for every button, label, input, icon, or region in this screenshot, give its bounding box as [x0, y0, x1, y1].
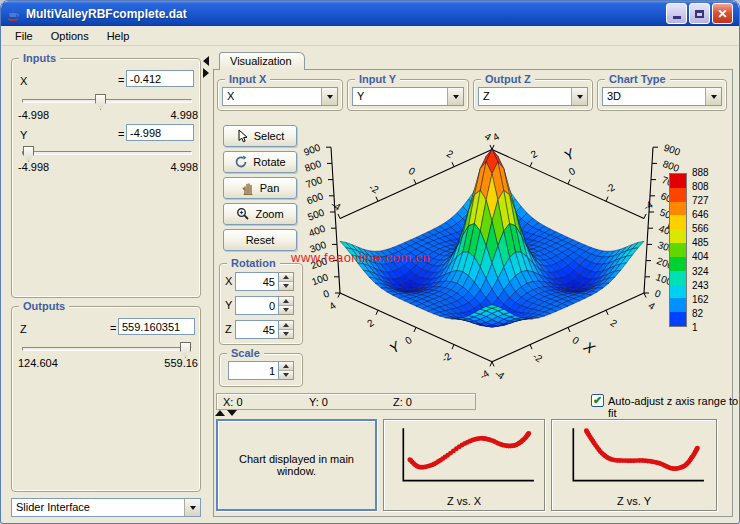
titlebar[interactable]: MultiValleyRBFcomplete.dat ✕	[1, 1, 739, 26]
z-vs-y-mini-chart	[555, 422, 713, 494]
rotation-z-label: Z	[225, 323, 232, 335]
svg-text:0: 0	[653, 288, 662, 300]
input-x-select-button[interactable]	[321, 88, 337, 105]
svg-text:X: X	[580, 338, 598, 357]
legend-tick: 324	[692, 266, 709, 277]
legend-tick: 888	[692, 167, 709, 178]
legend-colorbar	[669, 173, 687, 327]
x-slider[interactable]	[22, 99, 192, 103]
close-icon: ✕	[717, 8, 727, 20]
chevron-down-icon	[190, 506, 196, 510]
y-slider-thumb[interactable]	[23, 146, 34, 162]
interface-select-button[interactable]	[184, 499, 200, 516]
rotation-group-title: Rotation	[227, 256, 280, 271]
spin-up-button[interactable]	[279, 297, 293, 306]
legend-tick: 162	[692, 294, 709, 305]
splitter-collapse-down-icon[interactable]	[227, 410, 237, 416]
close-button[interactable]: ✕	[712, 3, 733, 24]
z-output-label: Z	[20, 323, 27, 335]
rotation-y-field[interactable]	[235, 296, 279, 315]
zoom-button[interactable]: Zoom	[223, 203, 297, 225]
spin-down-button[interactable]	[279, 282, 293, 290]
maximize-button[interactable]	[689, 3, 710, 24]
arrow-up-icon	[283, 299, 289, 303]
rotation-z-field[interactable]	[235, 320, 279, 339]
menu-help[interactable]: Help	[99, 28, 138, 44]
rotation-x-field[interactable]	[235, 272, 279, 291]
rotation-y-spinner[interactable]	[235, 296, 294, 315]
y-value-field[interactable]	[126, 124, 194, 141]
svg-text:100: 100	[310, 271, 330, 287]
scale-group: Scale	[219, 353, 303, 387]
menu-options[interactable]: Options	[43, 28, 97, 44]
splitter-collapse-right-icon[interactable]	[203, 68, 209, 78]
select-button[interactable]: Select	[223, 125, 297, 147]
thumbnail-z-vs-y[interactable]: Z vs. Y	[551, 419, 717, 511]
x-value-field[interactable]	[126, 70, 194, 87]
zoom-button-label: Zoom	[255, 208, 283, 220]
svg-text:0: 0	[407, 165, 418, 178]
output-z-select[interactable]: Z	[478, 87, 588, 106]
thumbnail-z-vs-x[interactable]: Z vs. X	[383, 419, 545, 511]
scale-field[interactable]	[228, 361, 279, 380]
z-output-field[interactable]	[118, 318, 195, 335]
menubar: File Options Help	[1, 26, 739, 46]
svg-text:2: 2	[445, 148, 456, 161]
auto-adjust-label: Auto-adjust z axis range to fit	[608, 395, 739, 419]
equals-sign: =	[118, 74, 124, 86]
z-output-slider-thumb[interactable]	[180, 342, 191, 358]
reset-button[interactable]: Reset	[223, 229, 297, 251]
input-y-select-button[interactable]	[447, 88, 463, 105]
vertical-splitter[interactable]	[203, 56, 212, 86]
interface-select[interactable]: Slider Interface	[11, 498, 201, 517]
arrow-up-icon	[283, 323, 289, 327]
chart-type-select-value: 3D	[603, 88, 705, 105]
y-slider[interactable]	[22, 151, 192, 155]
svg-text:900: 900	[302, 142, 322, 158]
magnifier-plus-icon	[236, 207, 250, 221]
minimize-button[interactable]	[666, 3, 687, 24]
rotation-x-spinner[interactable]	[235, 272, 294, 291]
java-app-icon	[5, 6, 21, 22]
chart-type-select-button[interactable]	[705, 88, 721, 105]
legend-tick: 727	[692, 195, 709, 206]
thumbnail-z-vs-x-label: Z vs. X	[384, 495, 544, 507]
chart-type-select[interactable]: 3D	[602, 87, 722, 106]
spin-up-button[interactable]	[279, 321, 293, 330]
tab-visualization[interactable]: Visualization	[219, 52, 305, 70]
input-y-select[interactable]: Y	[352, 87, 464, 106]
y-slider-min: -4.998	[18, 161, 49, 173]
thumbnail-main-chart-label: Chart displayed in main window.	[218, 453, 375, 477]
inputs-panel: Inputs X = -4.998 4.998 Y = -4.998 4.998	[11, 58, 201, 298]
spin-down-button[interactable]	[279, 306, 293, 314]
horizontal-splitter[interactable]	[215, 410, 245, 418]
x-slider-thumb[interactable]	[95, 94, 106, 110]
spin-up-button[interactable]	[279, 362, 293, 371]
rotation-z-spinner[interactable]	[235, 320, 294, 339]
select-button-label: Select	[254, 130, 285, 142]
legend-tick: 1	[692, 322, 709, 333]
chevron-down-icon	[711, 95, 717, 99]
legend-tick: 404	[692, 251, 709, 262]
output-z-select-value: Z	[479, 88, 571, 105]
spin-up-button[interactable]	[279, 273, 293, 282]
arrow-down-icon	[283, 373, 289, 377]
splitter-collapse-left-icon[interactable]	[203, 56, 209, 66]
pan-button[interactable]: Pan	[223, 177, 297, 199]
rotate-icon	[234, 155, 248, 169]
output-z-select-button[interactable]	[571, 88, 587, 105]
rotate-button-label: Rotate	[253, 156, 285, 168]
thumbnail-main-chart[interactable]: Chart displayed in main window.	[216, 419, 377, 511]
watermark-text: www.feaonline.com.cn	[291, 250, 430, 265]
spin-down-button[interactable]	[279, 330, 293, 338]
svg-text:-2: -2	[531, 350, 545, 364]
menu-file[interactable]: File	[7, 28, 41, 44]
rotate-button[interactable]: Rotate	[223, 151, 297, 173]
input-x-select[interactable]: X	[222, 87, 338, 106]
spin-down-button[interactable]	[279, 371, 293, 379]
y-slider-label: Y	[20, 129, 27, 141]
z-output-slider[interactable]	[22, 347, 192, 351]
splitter-collapse-up-icon[interactable]	[215, 410, 225, 416]
scale-spinner[interactable]	[228, 361, 294, 380]
rotation-group: Rotation X Y Z	[219, 263, 303, 345]
